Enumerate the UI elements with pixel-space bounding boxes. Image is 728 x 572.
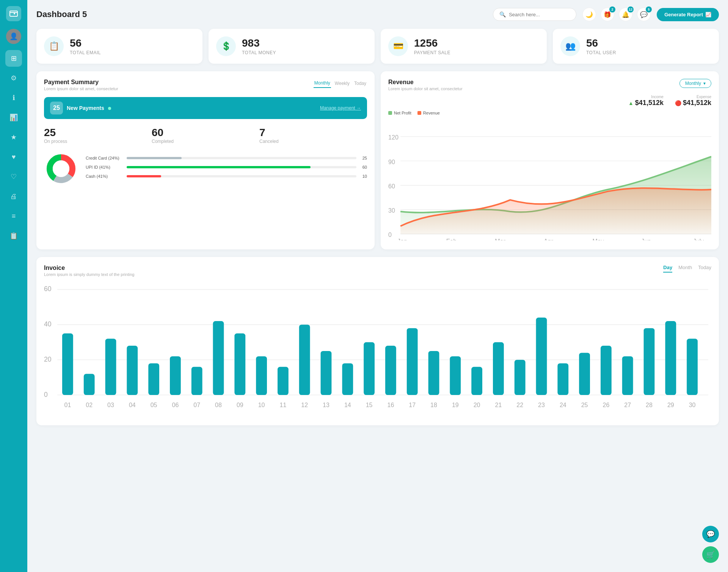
- bell-icon-btn[interactable]: 🔔 12: [619, 8, 632, 21]
- revenue-header: Revenue Lorem ipsum dolor sit amet, cons…: [388, 79, 711, 91]
- chat-badge: 5: [646, 6, 652, 13]
- sidebar-item-list[interactable]: 📋: [5, 227, 22, 244]
- invoice-header: Invoice Lorem ipsum is simply dummy text…: [44, 265, 711, 277]
- invoice-tabs: Day Month Today: [663, 265, 711, 273]
- invoice-bar: [471, 367, 482, 395]
- invoice-bar-label: 21: [495, 402, 502, 408]
- sidebar-item-analytics[interactable]: 📊: [5, 109, 22, 126]
- invoice-bar: [428, 351, 439, 395]
- new-payments-count: 25: [50, 102, 63, 114]
- invoice-bar: [557, 363, 568, 395]
- avatar[interactable]: 👤: [6, 29, 21, 44]
- revenue-subtitle: Lorem ipsum dolor sit amet, consectetur: [388, 86, 463, 91]
- header: Dashboard 5 🔍 🌙 🎁 2 🔔 12 💬 5 Generate Re…: [36, 8, 719, 21]
- svg-text:60: 60: [388, 183, 395, 190]
- income-value: ▲ $41,512k: [628, 99, 664, 107]
- stat-money-info: 983 TOTAL MONEY: [242, 37, 276, 55]
- invoice-bar: [148, 363, 159, 395]
- invoice-bar-label: 25: [581, 402, 588, 408]
- legend-net-profit-dot: [388, 111, 392, 115]
- search-box[interactable]: 🔍: [493, 8, 576, 21]
- revenue-legend: Net Profit Revenue: [388, 111, 711, 115]
- stat-completed-label: Completed: [152, 139, 259, 144]
- invoice-bar-label: 09: [237, 402, 243, 408]
- sidebar-item-print[interactable]: 🖨: [5, 188, 22, 205]
- stat-money-value: 983: [242, 37, 276, 49]
- chat-icon-btn[interactable]: 💬 5: [637, 8, 651, 21]
- fab-wrap: 💬 🛒: [702, 526, 719, 563]
- sidebar-item-star[interactable]: ★: [5, 129, 22, 146]
- invoice-chart-svg: 0 20 40 60 01020304050607080910111213141…: [44, 283, 711, 416]
- fab-cart[interactable]: 🛒: [702, 546, 719, 563]
- invoice-bar: [665, 321, 676, 395]
- svg-text:Jun: Jun: [641, 238, 651, 240]
- invoice-bar-label: 01: [64, 402, 71, 408]
- invoice-tab-month[interactable]: Month: [678, 265, 692, 273]
- revenue-title: Revenue: [388, 79, 463, 86]
- search-input[interactable]: [509, 12, 570, 17]
- sidebar-item-settings[interactable]: ⚙: [5, 70, 22, 86]
- invoice-bar: [299, 324, 310, 395]
- invoice-bar-label: 10: [258, 402, 265, 408]
- moon-icon-btn[interactable]: 🌙: [582, 8, 596, 21]
- stat-onprocess: 25 On process: [44, 127, 152, 144]
- sidebar-item-heart2[interactable]: ♡: [5, 168, 22, 185]
- gift-badge: 2: [609, 6, 615, 13]
- svg-text:May: May: [593, 238, 604, 240]
- page-title: Dashboard 5: [36, 9, 487, 19]
- svg-text:40: 40: [44, 320, 52, 328]
- prog-cash-label: Cash (41%): [86, 174, 124, 179]
- invoice-tab-today[interactable]: Today: [698, 265, 711, 273]
- legend-net-profit-label: Net Profit: [394, 111, 411, 115]
- prog-upi-label: UPI ID (41%): [86, 165, 124, 169]
- invoice-bar-label: 04: [129, 402, 136, 408]
- sidebar-logo[interactable]: [6, 6, 21, 21]
- stat-canceled-val: 7: [259, 127, 367, 139]
- invoice-bar: [644, 328, 655, 395]
- prog-upi-val: 60: [359, 165, 367, 169]
- invoice-bar-chart: 0 20 40 60 01020304050607080910111213141…: [44, 283, 711, 418]
- stat-user-info: 56 TOTAL USER: [586, 37, 616, 55]
- stat-money-label: TOTAL MONEY: [242, 50, 276, 55]
- legend-revenue-label: Revenue: [423, 111, 440, 115]
- main-content: Dashboard 5 🔍 🌙 🎁 2 🔔 12 💬 5 Generate Re…: [27, 0, 728, 572]
- tab-weekly[interactable]: Weekly: [334, 79, 350, 88]
- gift-icon-btn[interactable]: 🎁 2: [601, 8, 614, 21]
- svg-text:Feb: Feb: [446, 238, 457, 240]
- payment-summary-title: Payment Summary: [44, 79, 118, 86]
- invoice-bar-label: 26: [603, 402, 610, 408]
- income-item: Income ▲ $41,512k: [628, 95, 664, 107]
- revenue-monthly-dropdown[interactable]: Monthly ▾: [679, 79, 711, 88]
- invoice-bar: [493, 342, 504, 395]
- invoice-card: Invoice Lorem ipsum is simply dummy text…: [36, 257, 719, 425]
- tab-today[interactable]: Today: [353, 79, 367, 88]
- invoice-bar-label: 15: [366, 402, 373, 408]
- sidebar-item-menu[interactable]: ≡: [5, 208, 22, 224]
- generate-report-button[interactable]: Generate Report 📈: [657, 8, 719, 21]
- payment-stats-3col: 25 On process 60 Completed 7 Canceled: [44, 127, 367, 144]
- prog-upi-bar-bg: [127, 166, 356, 168]
- prog-cc-bar: [127, 157, 182, 159]
- svg-text:120: 120: [388, 134, 399, 141]
- invoice-bar: [256, 356, 267, 395]
- prog-cash: Cash (41%) 10: [86, 174, 367, 179]
- progress-list: Credit Card (24%) 25 UPI ID (41%) 60: [86, 156, 367, 183]
- svg-text:60: 60: [44, 285, 52, 293]
- invoice-bar-label: 13: [323, 402, 329, 408]
- invoice-tab-day[interactable]: Day: [663, 265, 672, 273]
- payment-summary-tabs: Monthly Weekly Today: [314, 79, 367, 88]
- tab-monthly[interactable]: Monthly: [314, 79, 331, 88]
- sidebar-item-heart[interactable]: ♥: [5, 149, 22, 165]
- expense-label: Expense: [675, 95, 711, 99]
- manage-payment-link[interactable]: Manage payment →: [320, 105, 361, 111]
- money-icon: 💲: [216, 36, 236, 56]
- invoice-bar-label: 28: [646, 402, 653, 408]
- prog-cash-val: 10: [359, 174, 367, 179]
- expense-icon: 🔴: [675, 100, 681, 106]
- sidebar-item-info[interactable]: ℹ: [5, 89, 22, 106]
- stat-email-value: 56: [70, 37, 101, 49]
- stat-user-label: TOTAL USER: [586, 50, 616, 55]
- invoice-bar: [515, 360, 526, 395]
- sidebar-item-dashboard[interactable]: ⊞: [5, 50, 22, 67]
- fab-support[interactable]: 💬: [702, 526, 719, 542]
